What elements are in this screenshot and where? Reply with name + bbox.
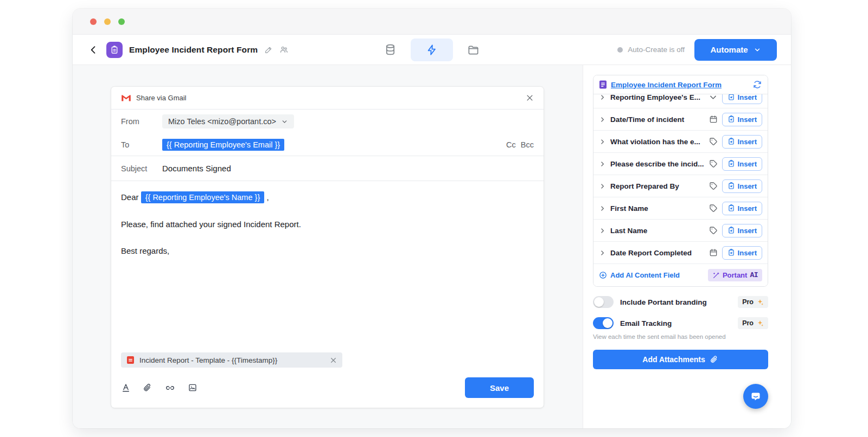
source-document-link[interactable]: Employee Incident Report Form bbox=[611, 81, 722, 89]
chevron-down-icon bbox=[754, 46, 761, 54]
toggle-row: Email Tracking Pro bbox=[593, 317, 768, 329]
close-window-button[interactable] bbox=[90, 18, 97, 25]
window-titlebar bbox=[73, 9, 791, 35]
text-format-icon[interactable] bbox=[121, 383, 131, 393]
from-account-select[interactable]: Mizo Teles <mizo@portant.co> bbox=[162, 114, 294, 128]
field-label: What violation has the e... bbox=[610, 138, 705, 146]
field-row: Last Name Insert bbox=[593, 220, 768, 242]
subject-input[interactable]: Documents Signed bbox=[162, 164, 231, 173]
field-row: Date/Time of incident Insert bbox=[593, 108, 768, 131]
expand-chevron-icon[interactable] bbox=[599, 116, 606, 123]
field-label: First Name bbox=[610, 204, 705, 213]
from-label: From bbox=[121, 117, 162, 126]
toggle-label: Email Tracking bbox=[620, 319, 672, 327]
paperclip-icon bbox=[710, 355, 719, 364]
chat-support-button[interactable] bbox=[743, 384, 768, 409]
cc-button[interactable]: Cc bbox=[506, 140, 516, 149]
back-button[interactable] bbox=[87, 43, 100, 56]
insert-field-button[interactable]: Insert bbox=[722, 202, 762, 215]
close-icon[interactable] bbox=[526, 94, 534, 102]
expand-chevron-icon[interactable] bbox=[599, 94, 606, 101]
toggle-label: Include Portant branding bbox=[620, 298, 707, 306]
modal-title: Share via Gmail bbox=[136, 94, 186, 102]
clipboard-paste-icon bbox=[727, 93, 735, 101]
sparkle-icon bbox=[756, 319, 764, 327]
expand-chevron-icon[interactable] bbox=[599, 183, 606, 190]
plus-circle-icon bbox=[599, 271, 607, 279]
remove-attachment-icon[interactable] bbox=[330, 357, 337, 364]
tab-source-data[interactable] bbox=[384, 43, 397, 56]
name-field-token[interactable]: {{ Reporting Employee's Name }} bbox=[141, 191, 265, 203]
expand-chevron-icon[interactable] bbox=[599, 138, 606, 145]
clipboard-paste-icon bbox=[727, 138, 735, 145]
field-list: Reporting Employee's E... Insert bbox=[593, 86, 768, 264]
sparkle-icon bbox=[756, 298, 764, 306]
add-attachments-button[interactable]: Add Attachments bbox=[593, 350, 768, 369]
clipboard-paste-icon bbox=[727, 182, 735, 190]
tab-automations[interactable] bbox=[411, 38, 453, 61]
insert-link-icon[interactable] bbox=[165, 383, 175, 393]
tracking-caption: View each time the sent email has been o… bbox=[593, 333, 768, 340]
minimize-window-button[interactable] bbox=[104, 18, 111, 25]
tag-type-icon bbox=[709, 182, 718, 190]
insert-field-button[interactable]: Insert bbox=[722, 246, 762, 260]
toggle-switch[interactable] bbox=[593, 296, 614, 308]
greeting-line: Dear {{ Reporting Employee's Name }} , bbox=[121, 192, 534, 203]
fields-sidebar: Employee Incident Report Form Reporting … bbox=[583, 65, 791, 428]
pro-toggles: Include Portant branding Pro Email Track… bbox=[593, 296, 768, 329]
field-label: Please describe the incid... bbox=[610, 160, 705, 168]
chevron-down-icon bbox=[281, 118, 288, 125]
field-row: Date Report Completed Insert bbox=[593, 242, 768, 264]
app-window: Employee Incident Report Form Auto-Crea bbox=[73, 9, 791, 428]
to-label: To bbox=[121, 140, 162, 149]
chat-bubble-icon bbox=[749, 390, 762, 403]
status-dot-icon bbox=[617, 47, 623, 53]
field-row: Report Prepared By Insert bbox=[593, 175, 768, 197]
attach-file-icon[interactable] bbox=[143, 383, 152, 393]
tag-type-icon bbox=[709, 226, 718, 235]
field-row: First Name Insert bbox=[593, 197, 768, 220]
tag-type-icon bbox=[709, 137, 718, 146]
insert-field-button[interactable]: Insert bbox=[722, 113, 762, 126]
tab-outputs-folder[interactable] bbox=[467, 43, 480, 56]
add-ai-content-field-button[interactable]: Add AI Content Field bbox=[599, 271, 680, 279]
zoom-window-button[interactable] bbox=[118, 18, 125, 25]
auto-create-status: Auto-Create is off bbox=[617, 46, 685, 54]
to-field-token[interactable]: {{ Reporting Employee's Email }} bbox=[162, 139, 284, 151]
insert-field-button[interactable]: Insert bbox=[722, 157, 762, 171]
share-users-icon[interactable] bbox=[279, 45, 289, 54]
attachment-chip[interactable]: Incident Report - Template - {{Timestamp… bbox=[121, 352, 342, 368]
save-button[interactable]: Save bbox=[465, 377, 534, 398]
form-doc-icon bbox=[599, 80, 607, 89]
page-title: Employee Incident Report Form bbox=[129, 45, 258, 55]
bcc-button[interactable]: Bcc bbox=[521, 140, 534, 149]
expand-chevron-icon[interactable] bbox=[599, 205, 606, 212]
email-body-editor[interactable]: Dear {{ Reporting Employee's Name }} , P… bbox=[111, 181, 544, 352]
clipboard-paste-icon bbox=[727, 204, 735, 212]
rename-pencil-icon[interactable] bbox=[264, 46, 273, 54]
expand-chevron-icon[interactable] bbox=[599, 249, 606, 256]
pro-badge: Pro bbox=[738, 317, 768, 329]
expand-chevron-icon[interactable] bbox=[599, 160, 606, 168]
app-toolbar: Employee Incident Report Form Auto-Crea bbox=[73, 35, 791, 65]
field-label: Last Name bbox=[610, 227, 705, 235]
insert-field-button[interactable]: Insert bbox=[722, 179, 762, 193]
calendar-type-icon bbox=[709, 248, 718, 257]
source-fields-panel: Employee Incident Report Form Reporting … bbox=[593, 75, 768, 287]
field-label: Date Report Completed bbox=[610, 249, 705, 257]
toggle-switch[interactable] bbox=[593, 317, 614, 329]
subject-label: Subject bbox=[121, 164, 162, 173]
refresh-fields-icon[interactable] bbox=[752, 80, 762, 89]
expand-chevron-icon[interactable] bbox=[599, 227, 606, 234]
field-label: Report Prepared By bbox=[610, 182, 705, 190]
workflow-clipboard-icon bbox=[106, 42, 123, 58]
pro-badge: Pro bbox=[738, 296, 768, 308]
portant-ai-badge[interactable]: Portant AI bbox=[708, 269, 762, 281]
insert-image-icon[interactable] bbox=[188, 383, 197, 393]
insert-field-button[interactable]: Insert bbox=[722, 224, 762, 237]
automate-button[interactable]: Automate bbox=[694, 39, 777, 61]
tag-type-icon bbox=[709, 159, 718, 168]
insert-field-button[interactable]: Insert bbox=[722, 135, 762, 149]
clipboard-paste-icon bbox=[727, 249, 735, 256]
attachment-name: Incident Report - Template - {{Timestamp… bbox=[139, 356, 277, 364]
